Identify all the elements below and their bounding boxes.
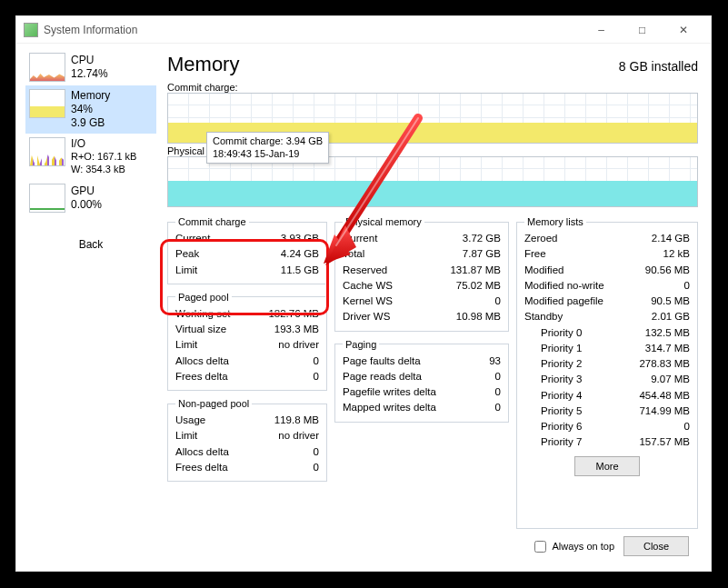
value: 314.7 MB — [645, 341, 690, 356]
label: Priority 3 — [524, 372, 582, 387]
label: Kernel WS — [343, 294, 393, 309]
nonpaged-pool-group: Non-paged pool Usage119.8 MB Limitno dri… — [167, 398, 327, 482]
group-legend: Non-paged pool — [175, 398, 252, 409]
value: 3.72 GB — [463, 231, 501, 246]
label: Driver WS — [343, 309, 390, 324]
value: 0 — [495, 400, 501, 415]
value: 12 kB — [663, 246, 690, 262]
group-legend: Paging — [343, 339, 379, 350]
sidebar-item-label: Memory — [71, 89, 110, 103]
gpu-sparkline-icon — [29, 184, 65, 213]
value: 714.99 MB — [639, 404, 690, 419]
value: 0 — [314, 354, 319, 369]
value: 119.8 MB — [274, 413, 319, 428]
always-on-top-checkbox[interactable]: Always on top — [531, 538, 614, 555]
value: 182.76 MB — [268, 306, 319, 322]
paging-group: Paging Page faults delta93 Page reads de… — [334, 339, 509, 423]
value: 4.24 GB — [281, 246, 319, 262]
sidebar-item-gpu[interactable]: GPU 0.00% — [25, 180, 156, 216]
label: Standby — [524, 309, 563, 324]
paged-pool-group: Paged pool Working set182.76 MB Virtual … — [167, 292, 327, 391]
label: Modified — [524, 263, 563, 278]
value: 90.5 MB — [651, 294, 690, 309]
memory-sparkline-icon — [29, 89, 65, 118]
chart-tooltip: Commit charge: 3.94 GB 18:49:43 15-Jan-1… — [206, 132, 329, 164]
label: Mapped writes delta — [343, 400, 436, 415]
label: Allocs delta — [175, 444, 229, 460]
maximize-button[interactable]: □ — [622, 17, 663, 43]
label: Limit — [175, 428, 197, 443]
tooltip-line: Commit charge: 3.94 GB — [213, 135, 323, 147]
group-legend: Physical memory — [343, 216, 424, 227]
label: Pagefile writes delta — [343, 384, 436, 400]
commit-charge-chart[interactable]: Commit charge: 3.94 GB 18:49:43 15-Jan-1… — [167, 93, 698, 144]
value: 0 — [684, 419, 690, 434]
label: Modified no-write — [524, 278, 604, 294]
sidebar-item-sub: R+O: 167.1 kB — [71, 151, 136, 164]
app-icon — [24, 23, 38, 37]
value: 193.3 MB — [274, 322, 319, 337]
value: 75.02 MB — [456, 278, 501, 294]
value: 93 — [489, 354, 501, 369]
always-on-top-input[interactable] — [534, 541, 546, 553]
label: Priority 4 — [524, 388, 582, 404]
value: 132.5 MB — [645, 325, 690, 341]
value: 0 — [684, 278, 690, 294]
sidebar-item-sub: 34% — [71, 103, 110, 116]
label: Frees delta — [175, 460, 228, 475]
label: Priority 5 — [524, 404, 582, 419]
value: 7.87 GB — [463, 246, 501, 262]
page-title: Memory — [167, 53, 239, 76]
label: Page faults delta — [343, 354, 421, 369]
group-legend: Commit charge — [175, 216, 249, 227]
value: 0 — [495, 369, 501, 384]
physical-memory-chart[interactable] — [167, 156, 698, 207]
label: Virtual size — [175, 322, 226, 337]
sidebar: CPU 12.74% Memory 34% 3.9 GB — [16, 44, 162, 571]
label: Page reads delta — [343, 369, 422, 384]
label: Zeroed — [524, 231, 557, 246]
label: Working set — [175, 306, 231, 322]
value: 0 — [314, 460, 319, 475]
value: 11.5 GB — [281, 263, 319, 278]
value: 3.93 GB — [281, 231, 319, 246]
cpu-sparkline-icon — [29, 53, 65, 82]
close-window-button[interactable]: ✕ — [663, 17, 703, 43]
value: 10.98 MB — [456, 309, 501, 324]
value: 454.48 MB — [639, 388, 690, 404]
installed-label: 8 GB installed — [619, 59, 698, 74]
more-button[interactable]: More — [574, 456, 640, 476]
sidebar-item-cpu[interactable]: CPU 12.74% — [25, 49, 156, 85]
sidebar-item-io[interactable]: I/O R+O: 167.1 kB W: 354.3 kB — [25, 134, 156, 180]
group-legend: Paged pool — [175, 292, 232, 303]
value: 157.57 MB — [639, 434, 690, 450]
sidebar-item-sub: 3.9 GB — [71, 116, 110, 130]
label: Free — [524, 246, 546, 262]
back-button[interactable]: Back — [25, 238, 156, 251]
system-information-window: System Information – □ ✕ CPU 12.74% — [15, 15, 712, 572]
value: 2.14 GB — [652, 231, 690, 246]
label: Priority 2 — [524, 356, 582, 372]
tooltip-line: 18:49:43 15-Jan-19 — [213, 147, 323, 160]
label: Limit — [175, 337, 197, 353]
value: 0 — [314, 444, 319, 460]
close-button[interactable]: Close — [623, 536, 689, 556]
label: Priority 6 — [524, 419, 582, 434]
minimize-button[interactable]: – — [581, 17, 622, 43]
sidebar-item-sub: W: 354.3 kB — [71, 164, 136, 176]
label: Priority 0 — [524, 325, 582, 341]
label: Current — [343, 231, 377, 246]
memory-lists-group: Memory lists Zeroed2.14 GB Free12 kB Mod… — [516, 216, 698, 529]
label: Priority 1 — [524, 341, 582, 356]
value: 90.56 MB — [645, 263, 690, 278]
label: Cache WS — [343, 278, 393, 294]
group-legend: Memory lists — [524, 216, 586, 227]
value: 9.07 MB — [651, 372, 690, 387]
value: no driver — [278, 337, 319, 353]
sidebar-item-memory[interactable]: Memory 34% 3.9 GB — [25, 85, 156, 134]
label: Frees delta — [175, 369, 228, 384]
value: 2.01 GB — [652, 309, 690, 324]
label: Current — [175, 231, 210, 246]
io-sparkline-icon — [29, 137, 65, 166]
label: Reserved — [343, 263, 387, 278]
